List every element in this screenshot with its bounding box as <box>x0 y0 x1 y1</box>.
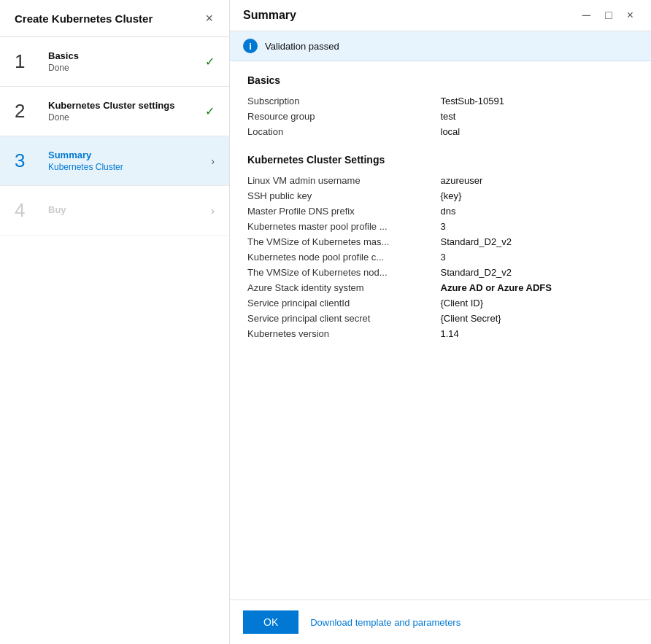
maximize-button[interactable]: □ <box>601 7 617 23</box>
table-row: The VMSize of Kubernetes mas... Standard… <box>247 234 633 249</box>
node-pool-label: Kubernetes node pool profile c... <box>247 252 441 263</box>
right-header: Summary ─ □ × <box>230 0 651 31</box>
table-row: Kubernetes node pool profile c... 3 <box>247 249 633 265</box>
resource-group-label: Resource group <box>247 111 441 122</box>
step-1-checkmark: ✓ <box>205 55 215 69</box>
step-3-chevron: › <box>211 155 215 167</box>
k8s-version-label: Kubernetes version <box>247 328 441 339</box>
step-2-title: Kubernetes Cluster settings <box>48 100 205 111</box>
table-row: Location local <box>247 124 633 139</box>
subscription-label: Subscription <box>247 96 441 106</box>
summary-content: Basics Subscription TestSub-10591 Resour… <box>230 61 651 600</box>
dns-label: Master Profile DNS prefix <box>247 206 441 217</box>
step-1-subtitle: Done <box>48 63 205 73</box>
step-3-info: Summary Kubernetes Cluster <box>48 150 211 172</box>
step-4: 4 Buy › <box>0 186 229 236</box>
step-1[interactable]: 1 Basics Done ✓ <box>0 37 229 87</box>
step-2-subtitle: Done <box>48 112 205 123</box>
step-2-checkmark: ✓ <box>205 104 215 118</box>
linux-vm-value: azureuser <box>441 175 634 186</box>
minimize-button[interactable]: ─ <box>578 7 595 23</box>
step-4-title: Buy <box>48 204 211 215</box>
step-4-info: Buy <box>48 204 211 217</box>
step-3-title: Summary <box>48 150 211 160</box>
ssh-label: SSH public key <box>247 190 441 201</box>
client-id-label: Service principal clientId <box>247 298 441 309</box>
client-id-value: {Client ID} <box>441 298 634 309</box>
dialog-title: Create Kubernetes Cluster <box>15 12 153 25</box>
left-panel: Create Kubernetes Cluster × 1 Basics Don… <box>0 0 230 644</box>
close-right-button[interactable]: × <box>623 7 638 23</box>
step-1-title: Basics <box>48 50 205 61</box>
step-3-number: 3 <box>15 150 41 172</box>
table-row: Azure Stack identity system Azure AD or … <box>247 280 633 295</box>
table-row: Subscription TestSub-10591 <box>247 93 633 109</box>
linux-vm-label: Linux VM admin username <box>247 175 441 186</box>
close-dialog-button[interactable]: × <box>201 10 217 26</box>
vmsize-master-value: Standard_D2_v2 <box>441 236 634 247</box>
table-row: SSH public key {key} <box>247 188 633 203</box>
table-row: Kubernetes version 1.14 <box>247 326 633 341</box>
resource-group-value: test <box>441 111 634 122</box>
table-row: Kubernetes master pool profile ... 3 <box>247 219 633 234</box>
step-2-number: 2 <box>15 100 41 123</box>
step-4-number: 4 <box>15 199 41 222</box>
table-row: Service principal client secret {Client … <box>247 311 633 326</box>
step-1-info: Basics Done <box>48 50 205 73</box>
ssh-value: {key} <box>441 190 634 201</box>
right-footer: OK Download template and parameters <box>230 600 651 644</box>
master-pool-value: 3 <box>441 221 634 232</box>
dns-value: dns <box>441 206 634 217</box>
table-row: Resource group test <box>247 109 633 124</box>
vmsize-node-label: The VMSize of Kubernetes nod... <box>247 267 441 278</box>
subscription-value: TestSub-10591 <box>441 96 634 106</box>
vmsize-master-label: The VMSize of Kubernetes mas... <box>247 236 441 247</box>
info-icon: i <box>243 39 258 53</box>
step-4-chevron: › <box>211 205 215 217</box>
step-2[interactable]: 2 Kubernetes Cluster settings Done ✓ <box>0 87 229 136</box>
step-1-number: 1 <box>15 50 41 73</box>
node-pool-value: 3 <box>441 252 634 263</box>
k8s-version-value: 1.14 <box>441 328 634 339</box>
identity-label: Azure Stack identity system <box>247 282 441 293</box>
right-header-actions: ─ □ × <box>578 7 638 23</box>
cluster-table: Linux VM admin username azureuser SSH pu… <box>247 173 633 341</box>
location-value: local <box>441 126 634 137</box>
client-secret-value: {Client Secret} <box>441 313 634 324</box>
right-panel-title: Summary <box>243 9 296 22</box>
right-panel: Summary ─ □ × i Validation passed Basics… <box>230 0 651 644</box>
identity-value: Azure AD or Azure ADFS <box>441 282 634 293</box>
ok-button[interactable]: OK <box>243 610 298 634</box>
step-3[interactable]: 3 Summary Kubernetes Cluster › <box>0 136 229 186</box>
validation-text: Validation passed <box>265 41 339 52</box>
table-row: Service principal clientId {Client ID} <box>247 295 633 311</box>
table-row: Linux VM admin username azureuser <box>247 173 633 188</box>
basics-section-title: Basics <box>247 74 633 86</box>
steps-list: 1 Basics Done ✓ 2 Kubernetes Cluster set… <box>0 37 229 644</box>
cluster-section-title: Kubernetes Cluster Settings <box>247 154 633 166</box>
download-link[interactable]: Download template and parameters <box>310 617 461 628</box>
step-2-info: Kubernetes Cluster settings Done <box>48 100 205 123</box>
step-3-subtitle: Kubernetes Cluster <box>48 162 211 172</box>
client-secret-label: Service principal client secret <box>247 313 441 324</box>
vmsize-node-value: Standard_D2_v2 <box>441 267 634 278</box>
left-header: Create Kubernetes Cluster × <box>0 0 229 37</box>
table-row: Master Profile DNS prefix dns <box>247 203 633 219</box>
validation-banner: i Validation passed <box>230 31 651 61</box>
table-row: The VMSize of Kubernetes nod... Standard… <box>247 265 633 280</box>
basics-table: Subscription TestSub-10591 Resource grou… <box>247 93 633 139</box>
location-label: Location <box>247 126 441 137</box>
master-pool-label: Kubernetes master pool profile ... <box>247 221 441 232</box>
